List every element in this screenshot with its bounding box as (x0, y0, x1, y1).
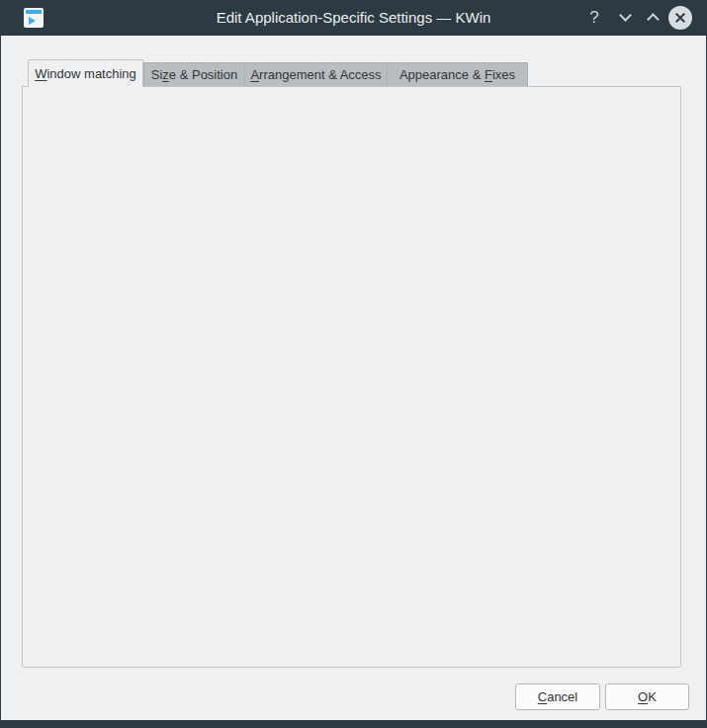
titlebar: Edit Application-Specific Settings — KWi… (0, 0, 707, 36)
dialog-body: Window matching Size & Position Arrangem… (1, 36, 706, 720)
help-button[interactable]: ? (583, 7, 605, 29)
tab-window-matching[interactable]: Window matching (28, 59, 143, 87)
minimize-button[interactable] (615, 7, 637, 29)
tab-pane (22, 86, 681, 668)
cancel-button[interactable]: Cancel (515, 683, 600, 710)
tab-arrangement-access[interactable]: Arrangement & Access (244, 62, 387, 86)
tab-appearance-fixes[interactable]: Appearance & Fixes (387, 62, 528, 86)
tab-size-position[interactable]: Size & Position (143, 62, 244, 86)
dialog-window: Edit Application-Specific Settings — KWi… (0, 0, 707, 728)
chevron-up-icon (647, 13, 660, 26)
close-button[interactable] (668, 6, 692, 30)
ok-button[interactable]: OK (605, 683, 689, 710)
chevron-down-icon (619, 9, 632, 22)
maximize-button[interactable] (643, 7, 664, 29)
